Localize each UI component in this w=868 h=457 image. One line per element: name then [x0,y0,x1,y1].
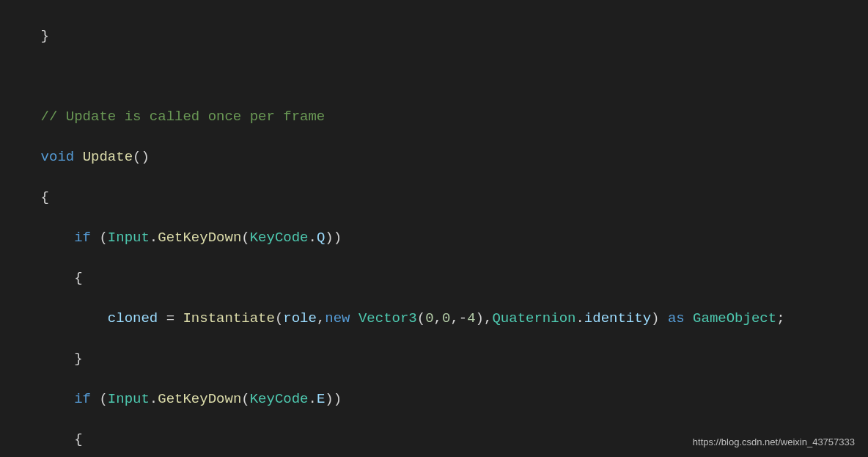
brace: } [74,351,82,367]
code-line [0,67,868,87]
brace: } [41,28,49,44]
brace: { [74,431,82,447]
comment: // Update is called once per frame [41,109,326,125]
watermark: https://blog.csdn.net/weixin_43757333 [693,436,855,450]
keyword-void: void [41,149,75,165]
number: 0 [425,310,433,326]
number: 0 [442,310,450,326]
code-line: } [0,26,868,47]
type-input: Input [108,391,150,407]
equals: = [166,310,174,326]
var-role: role [283,310,317,326]
keyword-if: if [74,230,91,246]
keyword-as: as [668,310,685,326]
prop-identity: identity [584,310,651,326]
keyword-new: new [325,310,350,326]
method-instantiate: Instantiate [183,310,274,326]
method-getkeydown: GetKeyDown [158,391,241,407]
var-cloned: cloned [108,310,158,326]
brace: { [41,189,49,205]
code-line: cloned = Instantiate(role,new Vector3(0,… [0,309,868,329]
type-gameobject: GameObject [693,310,776,326]
type-quaternion: Quaternion [492,310,575,326]
code-line: void Update() [0,147,868,168]
code-editor[interactable]: } // Update is called once per frame voi… [0,0,868,457]
code-line: { [0,268,868,289]
type-vector3: Vector3 [358,310,417,326]
keycode-e: E [317,391,325,407]
type-keycode: KeyCode [250,230,309,246]
method-name: Update [83,149,133,165]
type-input: Input [108,230,150,246]
method-getkeydown: GetKeyDown [158,230,241,246]
keyword-if: if [74,391,91,407]
code-line: // Update is called once per frame [0,107,868,128]
brace: { [74,270,82,286]
code-line: { [0,188,868,208]
type-keycode: KeyCode [250,391,309,407]
code-line: if (Input.GetKeyDown(KeyCode.Q)) [0,228,868,249]
code-line: } [0,349,868,370]
keycode-q: Q [317,230,325,246]
code-line: if (Input.GetKeyDown(KeyCode.E)) [0,390,868,410]
